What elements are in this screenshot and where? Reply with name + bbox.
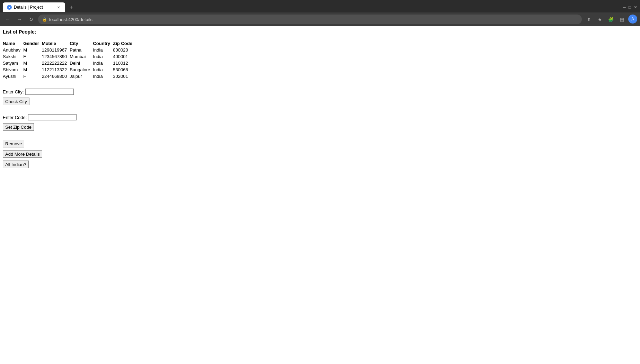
- code-form-row: Enter Code:: [3, 114, 637, 120]
- table-cell: Satyam: [3, 60, 23, 66]
- extensions-button[interactable]: 🧩: [606, 15, 616, 24]
- tab-bar: ● Details | Project ✕ + ─ □ ✕: [0, 0, 640, 12]
- table-cell: 530068: [113, 66, 135, 73]
- table-header-row: Name Gender Mobile City Country Zip Code: [3, 40, 135, 47]
- table-row: SatyamM2222222222DelhiIndia110012: [3, 60, 135, 66]
- address-bar-lock-icon: 🔒: [42, 17, 47, 22]
- city-section: Enter City: Check City: [3, 85, 637, 105]
- table-cell: Anubhav: [3, 47, 23, 53]
- bookmark-button[interactable]: ★: [595, 15, 605, 24]
- forward-button[interactable]: →: [15, 15, 24, 24]
- address-bar[interactable]: 🔒 localhost:4200/details: [38, 15, 582, 24]
- check-city-button[interactable]: Check City: [3, 98, 29, 105]
- table-cell: F: [23, 53, 42, 60]
- code-label: Enter Code:: [3, 115, 27, 120]
- page-title: List of People:: [3, 29, 637, 35]
- share-button[interactable]: ⬆: [584, 15, 594, 24]
- set-zip-button[interactable]: Set Zip Code: [3, 123, 34, 131]
- address-bar-url[interactable]: localhost:4200/details: [49, 17, 92, 22]
- all-indian-button[interactable]: All Indian?: [3, 161, 29, 168]
- table-cell: 2222222222: [42, 60, 70, 66]
- set-zip-button-row: Set Zip Code: [3, 123, 637, 131]
- nav-bar: ← → ↻ 🔒 localhost:4200/details ⬆ ★ 🧩 ▤ A: [0, 12, 640, 26]
- tab-close-button[interactable]: ✕: [56, 5, 61, 10]
- profile-button[interactable]: A: [628, 15, 637, 24]
- table-cell: 400001: [113, 53, 135, 60]
- city-form-row: Enter City:: [3, 89, 637, 95]
- check-city-button-row: Check City: [3, 98, 637, 105]
- col-header-gender: Gender: [23, 40, 42, 47]
- tab-minimize-icon[interactable]: ─: [623, 5, 626, 10]
- table-cell: Ayushi: [3, 73, 23, 80]
- table-cell: Delhi: [70, 60, 93, 66]
- table-cell: M: [23, 60, 42, 66]
- col-header-city: City: [70, 40, 93, 47]
- table-cell: Patna: [70, 47, 93, 53]
- table-cell: India: [93, 53, 113, 60]
- tab-restore-icon[interactable]: □: [629, 5, 631, 10]
- table-row: ShivamM1122113322BangaloreIndia530068: [3, 66, 135, 73]
- table-cell: India: [93, 60, 113, 66]
- table-cell: Shivam: [3, 66, 23, 73]
- table-cell: 1122113322: [42, 66, 70, 73]
- table-cell: India: [93, 47, 113, 53]
- table-cell: F: [23, 73, 42, 80]
- refresh-button[interactable]: ↻: [26, 15, 36, 24]
- back-button[interactable]: ←: [3, 15, 12, 24]
- col-header-country: Country: [93, 40, 113, 47]
- table-cell: 110012: [113, 60, 135, 66]
- sidebar-button[interactable]: ▤: [617, 15, 627, 24]
- browser-chrome: ● Details | Project ✕ + ─ □ ✕ ← → ↻ 🔒 lo…: [0, 0, 640, 26]
- page-content: List of People: Name Gender Mobile City …: [0, 26, 640, 174]
- nav-actions: ⬆ ★ 🧩 ▤ A: [584, 15, 637, 24]
- table-cell: 1234567890: [42, 53, 70, 60]
- active-tab[interactable]: ● Details | Project ✕: [3, 2, 65, 12]
- table-cell: 302001: [113, 73, 135, 80]
- city-label: Enter City:: [3, 89, 24, 94]
- people-table: Name Gender Mobile City Country Zip Code…: [3, 40, 135, 80]
- tab-title: Details | Project: [14, 5, 54, 10]
- city-input[interactable]: [25, 89, 74, 95]
- table-row: AnubhavM1298119967PatnaIndia800020: [3, 47, 135, 53]
- tab-controls: ─ □ ✕: [623, 5, 637, 10]
- table-cell: Mumbai: [70, 53, 93, 60]
- table-cell: M: [23, 47, 42, 53]
- table-cell: 2244668800: [42, 73, 70, 80]
- col-header-name: Name: [3, 40, 23, 47]
- table-cell: 800020: [113, 47, 135, 53]
- add-details-button-row: Add More Details: [3, 150, 637, 158]
- code-input[interactable]: [28, 114, 77, 120]
- remove-button[interactable]: Remove: [3, 140, 24, 147]
- table-cell: Jaipur: [70, 73, 93, 80]
- new-tab-button[interactable]: +: [66, 2, 76, 12]
- table-cell: India: [93, 73, 113, 80]
- add-more-details-button[interactable]: Add More Details: [3, 150, 42, 158]
- col-header-zipcode: Zip Code: [113, 40, 135, 47]
- tab-favicon: ●: [7, 5, 12, 10]
- col-header-mobile: Mobile: [42, 40, 70, 47]
- table-row: AyushiF2244668800JaipurIndia302001: [3, 73, 135, 80]
- tab-close-icon[interactable]: ✕: [634, 5, 637, 10]
- table-row: SakshiF1234567890MumbaiIndia400001: [3, 53, 135, 60]
- remove-button-row: Remove: [3, 140, 637, 147]
- table-cell: M: [23, 66, 42, 73]
- code-section: Enter Code: Set Zip Code: [3, 111, 637, 131]
- all-indian-button-row: All Indian?: [3, 161, 637, 168]
- table-cell: India: [93, 66, 113, 73]
- table-cell: 1298119967: [42, 47, 70, 53]
- table-cell: Bangalore: [70, 66, 93, 73]
- table-cell: Sakshi: [3, 53, 23, 60]
